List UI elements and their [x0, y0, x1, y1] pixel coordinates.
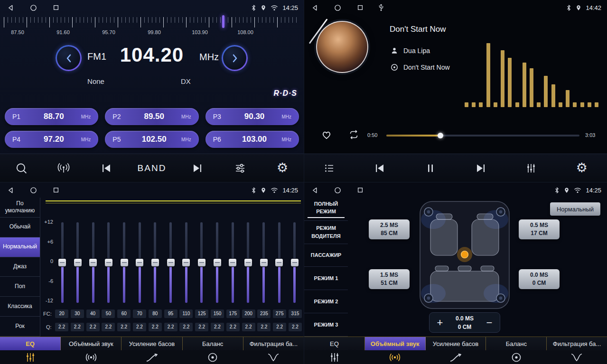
nav-recents-button[interactable]: [51, 3, 61, 12]
radio-preset-button[interactable]: P2 89.50 MHz: [105, 108, 198, 125]
tab-icon-surround[interactable]: [365, 350, 426, 364]
skip-next-button[interactable]: [186, 157, 209, 180]
scan-search-button[interactable]: [10, 157, 33, 180]
seek-knob[interactable]: [438, 133, 443, 138]
audio-tab[interactable]: Усиление басов: [426, 337, 486, 350]
tune-down-button[interactable]: [56, 45, 82, 71]
nav-recents-button[interactable]: [51, 185, 61, 195]
delay-increase-button[interactable]: +: [432, 315, 448, 330]
eq-preset-item[interactable]: Нормальный: [0, 237, 40, 257]
skip-prev-button[interactable]: [368, 157, 391, 180]
pause-button[interactable]: [419, 157, 442, 180]
sound-mode-item[interactable]: РЕЖИМ ВОДИТЕЛЯ: [304, 221, 348, 244]
nav-back-button[interactable]: [6, 185, 15, 195]
audio-tab[interactable]: EQ: [304, 337, 365, 350]
eq-band-slider[interactable]: [272, 222, 286, 303]
eq-preset-item[interactable]: Рок: [0, 317, 40, 337]
sound-profile-button[interactable]: Нормальный: [550, 202, 600, 216]
eq-band-slider[interactable]: [210, 222, 224, 303]
eq-slider-handle[interactable]: [121, 259, 128, 266]
band-button[interactable]: BAND: [138, 157, 167, 180]
eq-band-slider[interactable]: [241, 222, 255, 303]
settings-gear-button[interactable]: ⚙: [570, 157, 593, 180]
eq-slider-handle[interactable]: [244, 259, 252, 266]
sound-mode-item[interactable]: ПАССАЖИР: [304, 244, 348, 267]
radio-preset-button[interactable]: P1 88.70 MHz: [5, 108, 98, 125]
tab-icon-filter[interactable]: [546, 350, 607, 364]
nav-recents-button[interactable]: [355, 3, 365, 12]
seek-bar[interactable]: [386, 135, 579, 136]
radio-preset-button[interactable]: P6 103.00 MHz: [205, 131, 299, 148]
tuning-needle[interactable]: [222, 15, 224, 28]
eq-slider-handle[interactable]: [260, 259, 268, 266]
audio-tab[interactable]: Усиление басов: [121, 337, 182, 350]
eq-slider-handle[interactable]: [58, 259, 66, 266]
eq-band-slider[interactable]: [257, 222, 271, 303]
playlist-button[interactable]: [318, 157, 341, 180]
tab-icon-bass-boost[interactable]: [121, 350, 182, 364]
tab-icon-balance[interactable]: [182, 350, 243, 364]
nav-home-button[interactable]: [333, 185, 342, 195]
eq-band-slider[interactable]: [86, 222, 100, 303]
audio-tab[interactable]: Объёмный звук: [61, 337, 121, 350]
sound-mode-item[interactable]: РЕЖИМ 3: [304, 313, 348, 337]
eq-preset-item[interactable]: По умолчанию: [0, 198, 40, 218]
audio-tab[interactable]: EQ: [0, 337, 61, 350]
eq-slider-handle[interactable]: [275, 259, 283, 266]
eq-slider-handle[interactable]: [74, 259, 82, 266]
tab-icon-filter[interactable]: [243, 350, 304, 364]
repeat-button[interactable]: [347, 129, 360, 140]
nav-recents-button[interactable]: [355, 185, 365, 195]
favorite-button[interactable]: [320, 129, 333, 140]
audio-tab[interactable]: Фильтрация ба...: [547, 337, 607, 350]
nav-back-button[interactable]: [310, 3, 319, 12]
audio-tab[interactable]: Баланс: [486, 337, 547, 350]
delay-front-right-button[interactable]: 0.5 MS 17 CM: [519, 219, 560, 239]
frequency-scale[interactable]: [4, 17, 300, 27]
tab-icon-bass-boost[interactable]: [425, 350, 486, 364]
audio-tab[interactable]: Баланс: [183, 337, 243, 350]
eq-band-slider[interactable]: [55, 222, 69, 303]
eq-band-slider[interactable]: [288, 222, 302, 303]
audio-settings-button[interactable]: [229, 157, 252, 180]
eq-slider-handle[interactable]: [151, 259, 159, 266]
eq-slider-handle[interactable]: [89, 259, 97, 266]
eq-preset-item[interactable]: Классика: [0, 297, 40, 317]
tab-icon-eq[interactable]: [304, 350, 365, 364]
nav-back-button[interactable]: [310, 185, 319, 195]
eq-slider-handle[interactable]: [105, 259, 112, 266]
eq-slider-handle[interactable]: [167, 259, 175, 266]
eq-band-slider[interactable]: [132, 222, 147, 303]
delay-rear-right-button[interactable]: 0.0 MS 0 CM: [519, 269, 560, 289]
eq-band-slider[interactable]: [71, 222, 85, 303]
eq-slider-handle[interactable]: [198, 259, 205, 266]
nav-back-button[interactable]: [6, 3, 15, 12]
eq-preset-item[interactable]: Поп: [0, 277, 40, 297]
delay-rear-left-button[interactable]: 1.5 MS 51 CM: [369, 269, 410, 289]
eq-band-slider[interactable]: [195, 222, 209, 303]
tab-icon-balance[interactable]: [486, 350, 547, 364]
nav-home-button[interactable]: [28, 185, 38, 195]
nav-home-button[interactable]: [28, 3, 38, 12]
eq-slider-handle[interactable]: [214, 259, 221, 266]
eq-slider-handle[interactable]: [291, 259, 299, 266]
eq-slider-handle[interactable]: [182, 259, 190, 266]
eq-mixer-button[interactable]: [520, 157, 542, 180]
eq-preset-item[interactable]: Джаз: [0, 257, 40, 277]
eq-band-slider[interactable]: [148, 222, 162, 303]
radio-preset-button[interactable]: P5 102.50 MHz: [105, 131, 198, 148]
delay-front-left-button[interactable]: 2.5 MS 85 CM: [369, 219, 410, 239]
skip-prev-button[interactable]: [95, 157, 118, 180]
nav-home-button[interactable]: [333, 3, 342, 12]
radio-broadcast-button[interactable]: [52, 157, 75, 180]
audio-tab[interactable]: Фильтрация ба...: [243, 337, 304, 350]
eq-band-slider[interactable]: [225, 222, 240, 303]
eq-band-slider[interactable]: [164, 222, 178, 303]
delay-decrease-button[interactable]: −: [482, 315, 497, 330]
tune-up-button[interactable]: [222, 45, 248, 71]
eq-band-slider[interactable]: [179, 222, 193, 303]
sound-mode-item[interactable]: РЕЖИМ 2: [304, 290, 348, 313]
eq-preset-item[interactable]: Обычай: [0, 218, 40, 237]
skip-next-button[interactable]: [469, 157, 492, 180]
radio-preset-button[interactable]: P4 97.20 MHz: [5, 131, 98, 148]
